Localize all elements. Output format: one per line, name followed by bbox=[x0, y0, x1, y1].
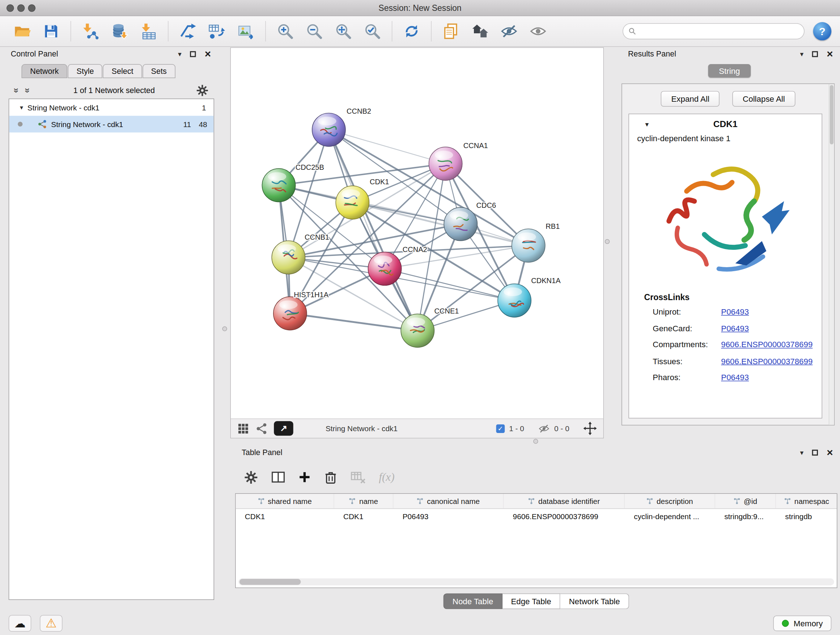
new-network-button[interactable] bbox=[176, 19, 199, 43]
export-image-button[interactable] bbox=[234, 19, 257, 43]
network-edge[interactable] bbox=[290, 314, 418, 331]
network-options-gear[interactable] bbox=[196, 84, 209, 97]
table-row[interactable]: CDK1CDK1P064939606.ENSP00000378699cyclin… bbox=[236, 509, 837, 524]
panel-menu-icon[interactable]: ▾ bbox=[178, 50, 182, 58]
warnings-button[interactable]: ⚠ bbox=[40, 615, 62, 631]
tab-network[interactable]: Network bbox=[22, 64, 68, 78]
import-network-file-button[interactable] bbox=[79, 19, 102, 43]
panel-menu-icon[interactable]: ▾ bbox=[800, 50, 804, 58]
search-field[interactable] bbox=[622, 23, 805, 40]
function-builder-button[interactable]: f(x) bbox=[379, 470, 394, 484]
network-node-CDC6[interactable] bbox=[444, 207, 477, 241]
network-collection-row[interactable]: ▾ String Network - cdk1 1 bbox=[9, 99, 213, 116]
close-panel-icon[interactable]: × bbox=[827, 49, 833, 59]
float-panel-icon[interactable] bbox=[190, 51, 196, 57]
zoom-fit-button[interactable] bbox=[332, 19, 355, 43]
table-horizontal-scrollbar[interactable] bbox=[238, 578, 834, 585]
crosslink-link-pharos-[interactable]: P06493 bbox=[721, 369, 749, 386]
crosslink-link-tissues-[interactable]: 9606.ENSP00000378699 bbox=[721, 353, 813, 369]
close-panel-icon[interactable]: × bbox=[205, 49, 211, 59]
tree-caret-icon[interactable]: ▾ bbox=[16, 103, 27, 111]
collapse-all-icon[interactable]: » bbox=[11, 85, 22, 96]
network-view-button[interactable] bbox=[256, 423, 268, 434]
home-view-button[interactable] bbox=[468, 19, 492, 43]
table-cell[interactable]: stringdb:9... bbox=[715, 509, 776, 524]
network-node-RB1[interactable] bbox=[512, 229, 545, 262]
column-header-database-identifier[interactable]: database identifier bbox=[504, 494, 625, 508]
network-node-CCNE1[interactable] bbox=[401, 314, 434, 347]
delete-table-button[interactable] bbox=[350, 470, 366, 485]
network-node-HIST1H1A[interactable] bbox=[273, 297, 307, 330]
expand-all-button[interactable]: Expand All bbox=[661, 91, 720, 106]
birds-eye-button[interactable] bbox=[583, 422, 597, 435]
save-session-button[interactable] bbox=[39, 19, 63, 43]
help-button[interactable]: ? bbox=[813, 22, 832, 41]
tab-style[interactable]: Style bbox=[68, 64, 103, 78]
show-all-button[interactable] bbox=[526, 19, 550, 43]
add-column-button[interactable] bbox=[298, 470, 311, 484]
refresh-button[interactable] bbox=[400, 19, 423, 43]
memory-button[interactable]: Memory bbox=[773, 615, 831, 631]
copy-document-button[interactable] bbox=[439, 19, 463, 43]
expand-all-icon[interactable]: « bbox=[22, 85, 33, 96]
tab-string[interactable]: String bbox=[708, 64, 751, 78]
zoom-out-button[interactable] bbox=[302, 19, 326, 43]
crosslink-link-genecard-[interactable]: P06493 bbox=[721, 320, 749, 336]
tab-select[interactable]: Select bbox=[103, 64, 142, 78]
network-edge[interactable] bbox=[329, 130, 417, 331]
grid-view-button[interactable] bbox=[237, 423, 249, 434]
table-cell[interactable]: P06493 bbox=[393, 509, 504, 524]
column-header-shared-name[interactable]: shared name bbox=[236, 494, 334, 508]
tab-sets[interactable]: Sets bbox=[142, 64, 175, 78]
splitter-handle[interactable] bbox=[605, 239, 609, 244]
selected-checkbox[interactable]: ✓ bbox=[496, 424, 505, 432]
float-panel-icon[interactable] bbox=[812, 449, 818, 455]
column-header-namespac[interactable]: namespac bbox=[776, 494, 837, 508]
float-panel-icon[interactable] bbox=[812, 51, 818, 57]
panel-menu-icon[interactable]: ▾ bbox=[800, 448, 804, 456]
tab-network-table[interactable]: Network Table bbox=[561, 593, 629, 609]
table-cell[interactable]: stringdb bbox=[776, 509, 837, 524]
column-header-description[interactable]: description bbox=[625, 494, 715, 508]
column-header--id[interactable]: @id bbox=[715, 494, 776, 508]
network-node-CCNA1[interactable] bbox=[429, 147, 462, 180]
network-row[interactable]: String Network - cdk1 11 48 bbox=[9, 116, 213, 133]
splitter-handle[interactable] bbox=[533, 439, 538, 443]
import-network-database-button[interactable] bbox=[108, 19, 131, 43]
network-node-CDKN1A[interactable] bbox=[498, 284, 531, 317]
table-cell[interactable]: CDK1 bbox=[236, 509, 334, 524]
column-header-canonical-name[interactable]: canonical name bbox=[393, 494, 504, 508]
zoom-in-button[interactable] bbox=[273, 19, 297, 43]
crosslink-link-uniprot-[interactable]: P06493 bbox=[721, 304, 749, 320]
open-session-button[interactable] bbox=[10, 19, 34, 43]
table-options-button[interactable] bbox=[244, 470, 258, 485]
tab-edge-table[interactable]: Edge Table bbox=[502, 593, 561, 609]
cloud-status-button[interactable]: ☁ bbox=[9, 615, 31, 631]
tab-node-table[interactable]: Node Table bbox=[444, 593, 502, 609]
column-header-name[interactable]: name bbox=[334, 494, 393, 508]
crosslink-link-compartments-[interactable]: 9606.ENSP00000378699 bbox=[721, 337, 813, 353]
network-node-CCNA2[interactable] bbox=[368, 252, 401, 285]
results-scrollbar[interactable] bbox=[829, 84, 834, 425]
search-input[interactable] bbox=[640, 27, 799, 35]
detach-view-button[interactable]: ↗ bbox=[274, 421, 294, 435]
zoom-selected-button[interactable] bbox=[361, 19, 384, 43]
collapse-section-icon[interactable]: ▾ bbox=[645, 120, 649, 128]
network-canvas[interactable]: CCNB2CCNA1CDC25BCDK1CDC6RB1CCNB1CCNA2CDK… bbox=[231, 48, 603, 418]
network-node-CCNB1[interactable] bbox=[272, 241, 305, 274]
table-cell[interactable]: 9606.ENSP00000378699 bbox=[504, 509, 625, 524]
network-from-table-button[interactable] bbox=[205, 19, 229, 43]
import-table-button[interactable] bbox=[137, 19, 160, 43]
hide-selected-button[interactable] bbox=[497, 19, 521, 43]
network-edge[interactable] bbox=[329, 130, 446, 164]
table-cell[interactable]: CDK1 bbox=[334, 509, 393, 524]
delete-column-button[interactable] bbox=[324, 470, 337, 484]
network-node-CDK1[interactable] bbox=[336, 186, 369, 219]
show-columns-button[interactable] bbox=[271, 470, 286, 485]
collapse-all-button[interactable]: Collapse All bbox=[733, 91, 795, 106]
table-cell[interactable]: cyclin-dependent ... bbox=[625, 509, 715, 524]
network-node-CDC25B[interactable] bbox=[262, 169, 295, 202]
network-node-CCNB2[interactable] bbox=[312, 113, 346, 146]
splitter-handle[interactable] bbox=[222, 326, 227, 331]
close-panel-icon[interactable]: × bbox=[827, 447, 833, 458]
